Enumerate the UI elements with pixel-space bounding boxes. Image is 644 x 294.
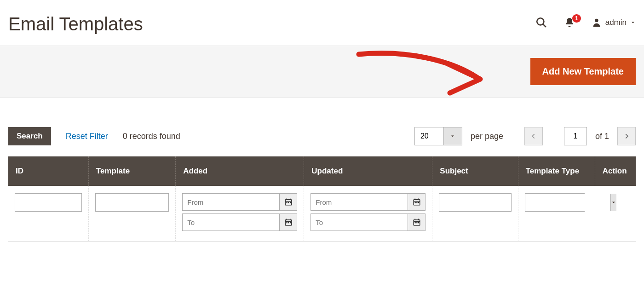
notifications-icon[interactable]: 1: [564, 17, 575, 28]
filter-type-value[interactable]: [525, 194, 610, 211]
empty-row: [8, 242, 636, 260]
filter-template-input[interactable]: [95, 193, 169, 212]
col-id[interactable]: ID: [8, 156, 88, 186]
col-action: Action: [595, 156, 636, 186]
svg-rect-16: [290, 222, 291, 223]
svg-rect-14: [286, 222, 287, 223]
svg-point-2: [595, 19, 598, 22]
chevron-down-icon: [630, 20, 636, 25]
col-template-type[interactable]: Template Type: [518, 156, 595, 186]
page-input[interactable]: [564, 127, 587, 145]
filter-row: [8, 186, 636, 242]
svg-rect-22: [416, 202, 417, 203]
svg-line-1: [543, 24, 546, 27]
svg-rect-7: [286, 202, 287, 203]
svg-rect-21: [414, 202, 415, 203]
filter-updated-from[interactable]: [310, 193, 426, 211]
user-icon: [592, 17, 602, 28]
per-page-input[interactable]: [415, 127, 443, 145]
svg-rect-8: [288, 202, 289, 203]
pager-next-button[interactable]: [617, 127, 636, 145]
svg-rect-15: [288, 222, 289, 223]
chevron-down-icon[interactable]: [610, 194, 616, 211]
user-label: admin: [605, 18, 627, 27]
pager-prev-button[interactable]: [524, 127, 543, 145]
filter-added-from[interactable]: [182, 193, 297, 211]
calendar-icon[interactable]: [279, 214, 297, 231]
per-page-label: per page: [471, 132, 503, 141]
per-page-select[interactable]: [414, 127, 462, 145]
action-bar: Add New Template: [0, 46, 644, 98]
reset-filter-link[interactable]: Reset Filter: [66, 132, 108, 141]
col-template[interactable]: Template: [88, 156, 176, 186]
records-found-label: 0 records found: [123, 132, 180, 141]
calendar-icon[interactable]: [408, 194, 425, 210]
pager-of-label: of 1: [595, 132, 609, 141]
page-title: Email Templates: [8, 14, 143, 35]
notification-badge: 1: [572, 14, 581, 23]
col-subject[interactable]: Subject: [432, 156, 518, 186]
filter-added-to-input[interactable]: [183, 214, 279, 231]
filter-id-input[interactable]: [15, 193, 82, 212]
calendar-icon[interactable]: [279, 194, 297, 210]
search-button[interactable]: Search: [8, 127, 51, 145]
filter-type-select[interactable]: [525, 193, 585, 212]
filter-updated-from-input[interactable]: [311, 194, 408, 210]
svg-rect-23: [418, 202, 419, 203]
add-new-template-button[interactable]: Add New Template: [530, 58, 636, 85]
filter-updated-to[interactable]: [310, 213, 426, 231]
svg-rect-30: [418, 222, 419, 223]
col-updated[interactable]: Updated: [304, 156, 432, 186]
col-added[interactable]: Added: [176, 156, 304, 186]
annotation-arrow: [350, 46, 488, 101]
svg-rect-28: [414, 222, 415, 223]
svg-point-0: [537, 18, 544, 25]
templates-grid: ID Template Added Updated Subject Templa…: [8, 156, 636, 260]
user-menu[interactable]: admin: [592, 17, 636, 28]
svg-rect-29: [416, 222, 417, 223]
filter-added-to[interactable]: [182, 213, 297, 231]
svg-rect-9: [290, 202, 291, 203]
filter-added-from-input[interactable]: [183, 194, 279, 210]
calendar-icon[interactable]: [408, 214, 425, 231]
search-icon[interactable]: [535, 17, 547, 29]
per-page-dropdown-icon[interactable]: [443, 127, 462, 145]
filter-subject-input[interactable]: [439, 193, 511, 212]
filter-updated-to-input[interactable]: [311, 214, 408, 231]
